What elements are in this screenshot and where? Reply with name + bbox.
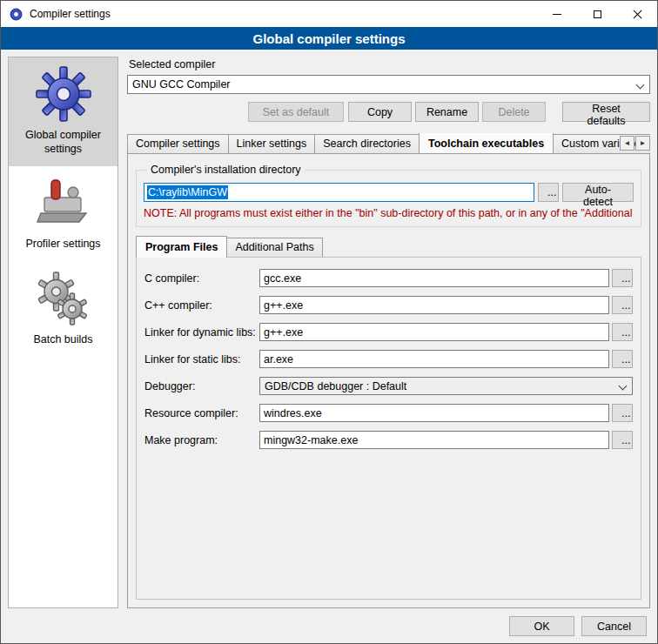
c-compiler-label: C compiler: (144, 272, 259, 285)
copy-button[interactable]: Copy (348, 102, 412, 122)
tab-linker-settings[interactable]: Linker settings (228, 134, 316, 153)
linker-dynamic-input[interactable] (259, 323, 609, 341)
close-button[interactable] (617, 1, 657, 27)
linker-static-input[interactable] (259, 350, 609, 368)
profiler-tool-icon (36, 175, 91, 231)
compiler-action-buttons: Set as default Copy Rename Delete Reset … (127, 102, 650, 122)
make-program-row: Make program: ... (144, 431, 633, 449)
sidebar-item-profiler-settings[interactable]: Profiler settings (9, 166, 118, 262)
tab-scroll-right-button[interactable]: ► (635, 136, 650, 151)
sidebar-item-label: Global compiler settings (12, 129, 114, 156)
resource-compiler-input[interactable] (259, 404, 609, 422)
main-panel: Selected compiler GNU GCC Compiler Set a… (127, 57, 650, 608)
sidebar-item-global-compiler-settings[interactable]: Global compiler settings (9, 57, 118, 166)
cpp-compiler-input[interactable] (259, 296, 609, 314)
tab-scroll-right-icon: ► (640, 139, 647, 147)
minimize-icon (553, 14, 561, 15)
installation-directory-group: Compiler's installation directory C:\ray… (136, 164, 641, 227)
chevron-down-icon (619, 382, 628, 391)
toolchain-executables-page: Compiler's installation directory C:\ray… (127, 153, 650, 608)
c-compiler-browse-button[interactable]: ... (612, 269, 633, 287)
close-icon (633, 10, 642, 19)
make-program-browse-button[interactable]: ... (612, 431, 633, 449)
window-icon[interactable] (9, 7, 24, 22)
program-files-tabstrip: Program Files Additional Paths (136, 238, 641, 257)
bin-subdirectory-note: NOTE: All programs must exist either in … (144, 207, 634, 219)
tab-scroll-buttons: ◄ ► (620, 136, 650, 151)
cpp-compiler-browse-button[interactable]: ... (612, 296, 633, 314)
linker-dynamic-browse-button[interactable]: ... (612, 323, 633, 341)
tab-search-directories[interactable]: Search directories (314, 134, 420, 153)
installation-directory-group-title: Compiler's installation directory (147, 164, 305, 176)
chevron-down-icon (636, 81, 645, 90)
linker-dynamic-row: Linker for dynamic libs: ... (144, 323, 633, 341)
dialog-body: Global compiler settings Profiler settin… (1, 50, 657, 608)
set-as-default-button[interactable]: Set as default (248, 102, 344, 122)
tab-scroll-left-icon: ◄ (624, 139, 631, 147)
rename-button[interactable]: Rename (415, 102, 479, 122)
installation-directory-selected-text: C:\raylib\MinGW (147, 185, 228, 199)
tab-compiler-settings[interactable]: Compiler settings (127, 134, 229, 153)
reset-defaults-button[interactable]: Reset defaults (562, 102, 650, 122)
debugger-dropdown[interactable]: GDB/CDB debugger : Default (259, 377, 633, 395)
compiler-settings-dialog: Compiler settings Global compiler settin… (0, 0, 658, 644)
titlebar: Compiler settings (1, 1, 657, 27)
tab-program-files[interactable]: Program Files (136, 236, 227, 258)
selected-compiler-label: Selected compiler (129, 58, 650, 70)
c-compiler-input[interactable] (259, 269, 609, 287)
blue-gear-icon (36, 66, 91, 122)
linker-dynamic-label: Linker for dynamic libs: (144, 326, 259, 339)
tab-scroll-left-button[interactable]: ◄ (620, 136, 634, 151)
cancel-button[interactable]: Cancel (581, 616, 647, 636)
auto-detect-button[interactable]: Auto-detect (562, 183, 634, 202)
resource-compiler-browse-button[interactable]: ... (612, 404, 633, 422)
gray-gears-icon (36, 271, 91, 326)
caption-buttons (537, 1, 657, 27)
window-title: Compiler settings (30, 8, 111, 20)
tab-toolchain-executables[interactable]: Toolchain executables (419, 133, 554, 153)
debugger-value: GDB/CDB debugger : Default (265, 380, 406, 392)
tab-additional-paths[interactable]: Additional Paths (226, 238, 322, 257)
installation-directory-row: C:\raylib\MinGW ... Auto-detect (144, 183, 634, 202)
selected-compiler-value: GNU GCC Compiler (132, 78, 231, 91)
selected-compiler-dropdown[interactable]: GNU GCC Compiler (127, 75, 650, 94)
delete-button[interactable]: Delete (482, 102, 546, 122)
cpp-compiler-row: C++ compiler: ... (144, 296, 633, 314)
sidebar-item-batch-builds[interactable]: Batch builds (9, 262, 118, 358)
sidebar-item-label: Profiler settings (25, 238, 100, 252)
sidebar-item-label: Batch builds (33, 333, 92, 347)
resource-compiler-label: Resource compiler: (144, 407, 259, 419)
linker-static-label: Linker for static libs: (144, 353, 259, 366)
maximize-icon (594, 10, 601, 18)
debugger-row: Debugger: GDB/CDB debugger : Default (144, 377, 633, 395)
minimize-button[interactable] (537, 1, 577, 27)
make-program-label: Make program: (144, 434, 259, 446)
maximize-button[interactable] (577, 1, 617, 27)
dialog-header: Global compiler settings (1, 27, 657, 50)
c-compiler-row: C compiler: ... (144, 269, 633, 287)
debugger-label: Debugger: (144, 380, 259, 392)
settings-category-list: Global compiler settings Profiler settin… (8, 57, 118, 608)
installation-directory-input[interactable]: C:\raylib\MinGW (144, 183, 534, 202)
resource-compiler-row: Resource compiler: ... (144, 404, 633, 422)
dialog-footer: OK Cancel (509, 616, 647, 636)
settings-tabstrip: Compiler settings Linker settings Search… (127, 133, 650, 153)
linker-static-row: Linker for static libs: ... (144, 350, 633, 368)
program-files-page: C compiler: ... C++ compiler: ... (136, 257, 641, 600)
installation-directory-browse-button[interactable]: ... (538, 183, 559, 202)
ok-button[interactable]: OK (509, 616, 574, 636)
linker-static-browse-button[interactable]: ... (612, 350, 633, 368)
cpp-compiler-label: C++ compiler: (144, 299, 259, 312)
make-program-input[interactable] (259, 431, 609, 449)
